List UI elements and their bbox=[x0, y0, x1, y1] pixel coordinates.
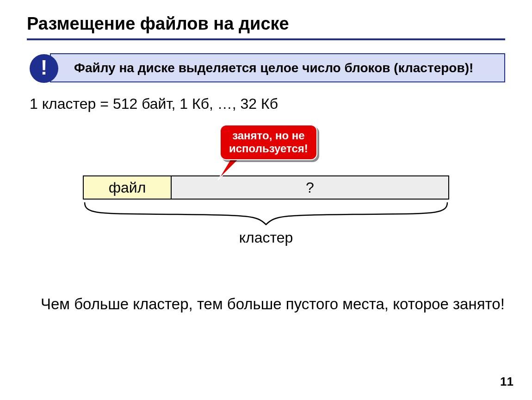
page-number: 11 bbox=[500, 375, 513, 389]
svg-marker-0 bbox=[218, 157, 239, 180]
important-callout: ! Файлу на диске выделяется целое число … bbox=[30, 53, 505, 82]
slide-title: Размещение файлов на диске bbox=[27, 14, 505, 34]
bubble-line-2: используется! bbox=[229, 142, 308, 155]
unused-segment: ? bbox=[172, 176, 448, 199]
cluster-diagram: занято, но не используется! файл ? класт… bbox=[83, 131, 449, 202]
title-underline bbox=[27, 38, 505, 40]
conclusion-text: Чем больше кластер, тем больше пустого м… bbox=[41, 294, 505, 314]
cluster-bar: файл ? bbox=[83, 175, 449, 200]
bubble-line-1: занято, но не bbox=[232, 129, 305, 142]
cluster-size-text: 1 кластер = 512 байт, 1 Кб, …, 32 Кб bbox=[30, 95, 505, 112]
curly-brace-icon bbox=[83, 200, 449, 227]
exclamation-icon: ! bbox=[30, 54, 58, 83]
file-segment: файл bbox=[84, 176, 172, 199]
callout-text: Файлу на диске выделяется целое число бл… bbox=[50, 53, 505, 82]
brace-label: кластер bbox=[83, 229, 449, 246]
speech-bubble: занято, но не используется! bbox=[220, 125, 317, 160]
